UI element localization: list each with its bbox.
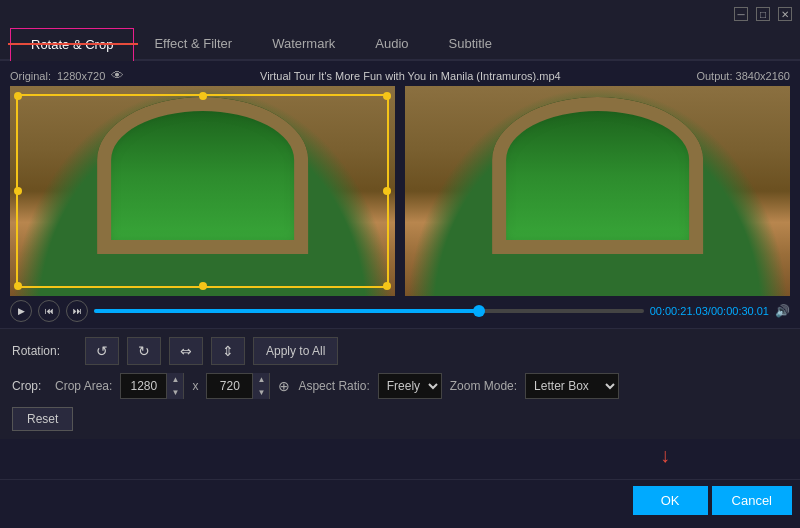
center-icon[interactable]: ⊕ — [278, 378, 290, 394]
tab-bar: Rotate & Crop Effect & Filter Watermark … — [0, 28, 800, 61]
close-button[interactable]: ✕ — [778, 7, 792, 21]
info-bar: Original: 1280x720 👁 Virtual Tour It's M… — [10, 65, 790, 86]
next-button[interactable]: ⏭ — [66, 300, 88, 322]
controls-area: Rotation: ↺ ↻ ⇔ ⇕ Apply to All Crop: Cro… — [0, 328, 800, 439]
cancel-button[interactable]: Cancel — [712, 486, 792, 515]
height-spinners: ▲ ▼ — [252, 373, 269, 399]
seek-bar[interactable] — [94, 309, 644, 313]
original-video-thumbnail — [10, 86, 395, 296]
tab-effect-filter[interactable]: Effect & Filter — [134, 28, 252, 59]
volume-icon[interactable]: 🔊 — [775, 304, 790, 318]
crop-area-label: Crop Area: — [55, 379, 112, 393]
title-bar: ─ □ ✕ — [0, 0, 800, 28]
prev-button[interactable]: ⏮ — [38, 300, 60, 322]
width-decrement-button[interactable]: ▼ — [167, 386, 183, 399]
minimize-button[interactable]: ─ — [734, 7, 748, 21]
tab-watermark[interactable]: Watermark — [252, 28, 355, 59]
tab-subtitle[interactable]: Subtitle — [429, 28, 512, 59]
rotation-label: Rotation: — [12, 344, 77, 358]
flip-vertical-button[interactable]: ⇕ — [211, 337, 245, 365]
height-decrement-button[interactable]: ▼ — [253, 386, 269, 399]
total-time: 00:00:30.01 — [711, 305, 769, 317]
crop-label: Crop: — [12, 379, 47, 393]
play-button[interactable]: ▶ — [10, 300, 32, 322]
bottom-area: ↓ — [0, 439, 800, 479]
filename: Virtual Tour It's More Fun with You in M… — [260, 70, 561, 82]
output-arch-frame — [492, 97, 704, 255]
zoom-mode-dropdown[interactable]: Letter Box Pan & Scan Full — [525, 373, 619, 399]
aspect-ratio-dropdown[interactable]: Freely 16:9 4:3 1:1 — [378, 373, 442, 399]
tab-rotate-crop[interactable]: Rotate & Crop — [10, 28, 134, 61]
output-res-container: Output: 3840x2160 — [696, 70, 790, 82]
original-preview-panel — [10, 86, 395, 296]
playback-bar: ▶ ⏮ ⏭ 00:00:21.03/00:00:30.01 🔊 — [10, 296, 790, 324]
zoom-mode-label: Zoom Mode: — [450, 379, 517, 393]
tab-audio[interactable]: Audio — [355, 28, 428, 59]
aspect-ratio-label: Aspect Ratio: — [298, 379, 369, 393]
preview-area — [10, 86, 790, 296]
rotate-right-button[interactable]: ↻ — [127, 337, 161, 365]
crop-width-input[interactable] — [121, 379, 166, 393]
width-spinners: ▲ ▼ — [166, 373, 183, 399]
red-arrow-indicator — [8, 43, 138, 45]
original-label: Original: — [10, 70, 51, 82]
current-time: 00:00:21.03 — [650, 305, 708, 317]
output-label: Output: — [696, 70, 735, 82]
footer: OK Cancel — [0, 479, 800, 521]
dimension-separator: x — [192, 379, 198, 393]
output-video-thumbnail — [405, 86, 790, 296]
eye-icon[interactable]: 👁 — [111, 68, 124, 83]
down-arrow-indicator: ↓ — [660, 444, 670, 467]
flip-horizontal-button[interactable]: ⇔ — [169, 337, 203, 365]
reset-button[interactable]: Reset — [12, 407, 73, 431]
ok-button[interactable]: OK — [633, 486, 708, 515]
arch-frame — [97, 97, 309, 255]
output-resolution: 3840x2160 — [736, 70, 790, 82]
seek-fill — [94, 309, 479, 313]
time-display: 00:00:21.03/00:00:30.01 — [650, 305, 769, 317]
crop-row: Crop: Crop Area: ▲ ▼ x ▲ ▼ ⊕ Aspect Rati… — [12, 373, 788, 399]
original-res-container: Original: 1280x720 👁 — [10, 68, 124, 83]
crop-height-input-wrap: ▲ ▼ — [206, 373, 270, 399]
original-resolution: 1280x720 — [57, 70, 105, 82]
crop-height-input[interactable] — [207, 379, 252, 393]
maximize-button[interactable]: □ — [756, 7, 770, 21]
output-preview-panel — [405, 86, 790, 296]
rotate-left-button[interactable]: ↺ — [85, 337, 119, 365]
seek-thumb[interactable] — [473, 305, 485, 317]
width-increment-button[interactable]: ▲ — [167, 373, 183, 386]
rotation-row: Rotation: ↺ ↻ ⇔ ⇕ Apply to All — [12, 337, 788, 365]
height-increment-button[interactable]: ▲ — [253, 373, 269, 386]
crop-width-input-wrap: ▲ ▼ — [120, 373, 184, 399]
main-area: Original: 1280x720 👁 Virtual Tour It's M… — [0, 61, 800, 328]
apply-to-all-button[interactable]: Apply to All — [253, 337, 338, 365]
